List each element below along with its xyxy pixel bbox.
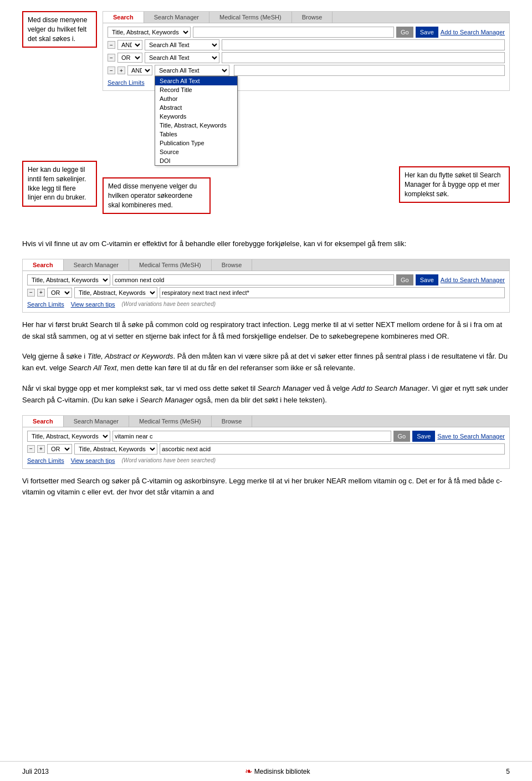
s3-search-limits[interactable]: Search Limits	[27, 457, 64, 464]
s2-save-button[interactable]: Save	[416, 274, 438, 285]
search-row-4: − + AND Search All Text Search All Text …	[108, 65, 505, 76]
screenshot-3-tabs: Search Search Manager Medical Terms (MeS…	[23, 416, 509, 427]
dd-item-abstract[interactable]: Abstract	[155, 103, 237, 112]
s3-view-search-tips[interactable]: View search tips	[71, 457, 115, 464]
operator-select-4[interactable]: AND	[127, 65, 152, 75]
paragraph-2: Her har vi først brukt Search til å søke…	[22, 319, 510, 343]
dd-item-record-title[interactable]: Record Title	[155, 85, 237, 94]
search-input-4[interactable]	[234, 65, 505, 76]
tooltip-rows: Her kan du legge til inntil fem søkelinj…	[22, 161, 97, 207]
tab-search-manager[interactable]: Search Manager	[144, 12, 209, 23]
dd-item-publication-type[interactable]: Publication Type	[155, 139, 237, 147]
s2-tab-search[interactable]: Search	[23, 259, 64, 270]
s2-tab-search-manager[interactable]: Search Manager	[64, 259, 129, 270]
minus-btn-4[interactable]: −	[108, 67, 115, 74]
minus-btn-3[interactable]: −	[108, 54, 115, 62]
tab-browse[interactable]: Browse	[292, 12, 333, 23]
s3-operator-select[interactable]: OR	[47, 444, 72, 454]
s3-tab-medical-terms[interactable]: Medical Terms (MeSH)	[129, 416, 212, 427]
s3-tab-search-manager[interactable]: Search Manager	[64, 416, 129, 427]
screenshot-1-tabs: Search Search Manager Medical Terms (MeS…	[103, 12, 509, 23]
paragraph-1: Hvis vi vil finne ut av om C-vitamin er …	[22, 238, 510, 250]
s2-search-limits[interactable]: Search Limits	[27, 301, 64, 308]
screenshot-1: Search Search Manager Medical Terms (MeS…	[103, 11, 510, 91]
s2-search-input-1[interactable]	[112, 274, 394, 285]
plus-btn-4[interactable]: +	[117, 67, 125, 74]
dd-item-doi[interactable]: DOI	[155, 156, 237, 165]
search-limits-link-1[interactable]: Search Limits	[108, 79, 145, 86]
s3-minus-btn[interactable]: −	[27, 445, 35, 453]
tab-medical-terms[interactable]: Medical Terms (MeSH)	[209, 12, 292, 23]
tab-search[interactable]: Search	[103, 12, 144, 23]
s2-tab-medical-terms[interactable]: Medical Terms (MeSH)	[129, 259, 212, 270]
s3-word-variations: (Word variations have been searched)	[122, 457, 216, 464]
section-1: Med disse menyene velger du hvilket felt…	[22, 11, 510, 227]
s3-go-button[interactable]: Go	[393, 431, 411, 442]
screenshot-2: Search Search Manager Medical Terms (MeS…	[22, 259, 510, 313]
screenshot-3: Search Search Manager Medical Terms (MeS…	[22, 415, 510, 469]
s2-tab-browse[interactable]: Browse	[212, 259, 253, 270]
s3-save-button[interactable]: Save	[412, 431, 435, 442]
page-content: Med disse menyene velger du hvilket felt…	[0, 0, 532, 540]
s3-row-1: Title, Abstract, Keywords Go Save Save t…	[27, 431, 505, 442]
minus-btn-2[interactable]: −	[108, 41, 115, 49]
save-button-1[interactable]: Save	[416, 27, 438, 38]
tooltip-operator: Med disse menyene velger du hvilken oper…	[103, 177, 211, 214]
paragraph-5: Vi fortsetter med Search og søker på C-v…	[22, 476, 510, 499]
s2-view-search-tips[interactable]: View search tips	[71, 301, 115, 308]
s2-search-input-2[interactable]	[160, 287, 505, 298]
operator-select-2[interactable]: AND	[117, 40, 142, 50]
s2-word-variations: (Word variations have been searched)	[122, 301, 216, 308]
dd-item-author[interactable]: Author	[155, 94, 237, 103]
paragraph-3: Velg gjerne å søke i Title, Abstract or …	[22, 351, 510, 374]
search-row-3: − OR Search All Text	[108, 52, 505, 63]
page-footer: Juli 2013 ❧ Medisinsk bibliotek 5	[0, 761, 532, 781]
search-row-2: − AND Search All Text	[108, 39, 505, 50]
dd-item-source[interactable]: Source	[155, 147, 237, 156]
s2-operator-select[interactable]: OR	[47, 288, 72, 298]
footer-page-number: 5	[506, 768, 510, 775]
dd-item-title-abstract-keywords[interactable]: Title, Abstract, Keywords	[155, 121, 237, 130]
s3-field-select-1[interactable]: Title, Abstract, Keywords	[27, 431, 110, 442]
tooltip-search-manager: Her kan du flytte søket til Search Manag…	[399, 166, 510, 203]
s3-save-to-search-manager[interactable]: Save to Search Manager	[437, 433, 505, 440]
search-input-2[interactable]	[222, 39, 505, 50]
field-select-2[interactable]: Search All Text	[145, 39, 219, 50]
operator-select-3[interactable]: OR	[117, 53, 142, 63]
s3-row-2: − + OR Title, Abstract, Keywords	[27, 443, 505, 455]
field-dropdown: Search All Text Record Title Author Abst…	[155, 76, 238, 166]
s3-tab-browse[interactable]: Browse	[212, 416, 253, 427]
add-to-search-manager-1[interactable]: Add to Search Manager	[441, 29, 505, 35]
s3-search-input-1[interactable]	[112, 431, 391, 442]
s3-field-select-2[interactable]: Title, Abstract, Keywords	[74, 443, 157, 455]
screenshot-2-tabs: Search Search Manager Medical Terms (MeS…	[23, 259, 509, 271]
field-select-1[interactable]: Title, Abstract, Keywords	[108, 27, 191, 38]
footer-library-name: Medisinsk bibliotek	[254, 768, 310, 775]
go-button-1[interactable]: Go	[396, 27, 413, 38]
s2-plus-btn[interactable]: +	[37, 289, 45, 297]
search-input-1[interactable]	[193, 27, 394, 38]
footer-center: ❧ Medisinsk bibliotek	[245, 766, 310, 777]
s2-row-2: − + OR Title, Abstract, Keywords	[27, 287, 505, 298]
dd-item-search-all-text[interactable]: Search All Text	[155, 76, 237, 85]
s3-tab-search[interactable]: Search	[23, 416, 64, 427]
screenshot-2-body: Title, Abstract, Keywords Go Save Add to…	[23, 271, 509, 312]
s2-links: Search Limits View search tips (Word var…	[27, 300, 505, 309]
s3-links: Search Limits View search tips (Word var…	[27, 456, 505, 465]
field-select-4[interactable]: Search All Text	[155, 65, 229, 76]
s2-go-button[interactable]: Go	[396, 274, 413, 285]
dd-item-tables[interactable]: Tables	[155, 130, 237, 139]
s3-search-input-2[interactable]	[160, 443, 505, 455]
field-select-3[interactable]: Search All Text	[145, 52, 219, 63]
s2-minus-btn[interactable]: −	[27, 289, 35, 297]
tooltip-field-selection: Med disse menyene velger du hvilket felt…	[22, 11, 97, 48]
s2-add-to-search-manager[interactable]: Add to Search Manager	[441, 277, 505, 283]
screenshot-3-body: Title, Abstract, Keywords Go Save Save t…	[23, 427, 509, 468]
search-row-1: Title, Abstract, Keywords Go Save Add to…	[108, 27, 505, 38]
search-input-3[interactable]	[222, 52, 505, 63]
dd-item-keywords[interactable]: Keywords	[155, 112, 237, 121]
s2-field-select-1[interactable]: Title, Abstract, Keywords	[27, 274, 110, 285]
s2-field-select-2[interactable]: Title, Abstract, Keywords	[74, 287, 157, 298]
screenshot-1-body: Title, Abstract, Keywords Go Save Add to…	[103, 23, 509, 90]
s3-plus-btn[interactable]: +	[37, 445, 45, 453]
